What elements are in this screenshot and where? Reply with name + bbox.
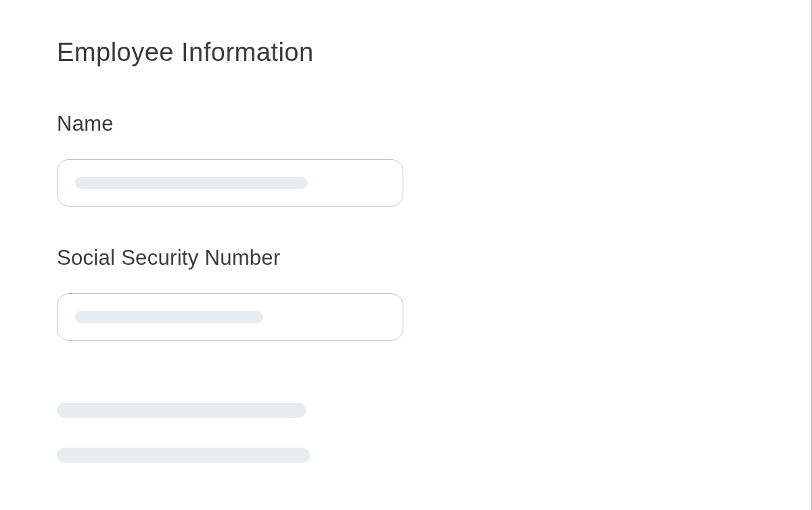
skeleton-line bbox=[57, 403, 306, 418]
ssn-label: Social Security Number bbox=[57, 246, 754, 270]
loading-placeholder-section bbox=[57, 403, 754, 463]
form-title: Employee Information bbox=[57, 38, 754, 67]
name-label: Name bbox=[57, 112, 754, 136]
ssn-input[interactable] bbox=[57, 293, 403, 341]
ssn-field-group: Social Security Number bbox=[57, 246, 754, 341]
name-field-group: Name bbox=[57, 112, 754, 207]
name-input-skeleton bbox=[75, 177, 308, 189]
name-input[interactable] bbox=[57, 159, 403, 207]
ssn-input-skeleton bbox=[75, 311, 263, 323]
skeleton-line bbox=[57, 448, 310, 463]
employee-info-form: Employee Information Name Social Securit… bbox=[0, 0, 811, 510]
